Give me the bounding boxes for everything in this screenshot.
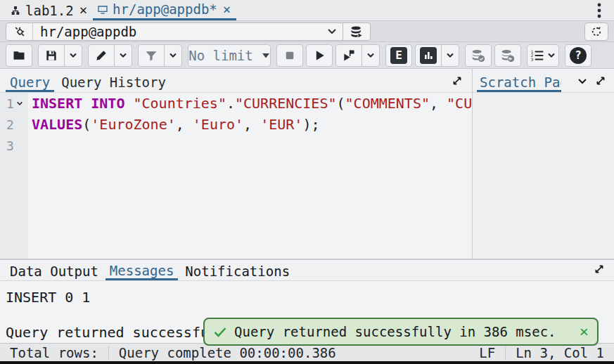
tab-bar: lab1.2 × hr/app@appdb* × bbox=[0, 0, 614, 21]
tab-scratch-pad[interactable]: Scratch Pad bbox=[477, 73, 561, 92]
macro-button[interactable]: 123 bbox=[527, 44, 559, 67]
code-text: INSERT INTO "Countries"."CURRENCIES"("CO… bbox=[28, 95, 472, 112]
chevron-down-icon bbox=[547, 53, 556, 58]
toolbar: No limit bbox=[0, 42, 614, 69]
close-icon[interactable]: × bbox=[222, 3, 232, 16]
pencil-icon bbox=[94, 48, 108, 63]
explain-icon: E bbox=[390, 47, 407, 64]
tab-messages[interactable]: Messages bbox=[105, 262, 179, 280]
chevron-down-icon bbox=[69, 53, 77, 58]
rollback-db-icon bbox=[500, 48, 516, 63]
connection-bar: hr/app@appdb bbox=[0, 21, 614, 42]
filter-button[interactable] bbox=[138, 44, 165, 67]
tab-notifications[interactable]: Notifications bbox=[181, 263, 294, 280]
editor-lines: 1INSERT INTO "Countries"."CURRENCIES"("C… bbox=[0, 93, 472, 156]
chevron-down-icon bbox=[321, 28, 343, 34]
scratch-pad-editor[interactable] bbox=[473, 93, 614, 259]
chevron-down-icon bbox=[169, 53, 177, 58]
terminal-icon bbox=[97, 4, 108, 15]
tab-hr-app-appdb[interactable]: hr/app@appdb* × bbox=[93, 0, 236, 20]
stop-button[interactable] bbox=[276, 44, 303, 67]
explain-analyze-button[interactable] bbox=[415, 44, 442, 67]
line-number: 1 bbox=[0, 93, 28, 114]
total-rows-label: Total rows: bbox=[10, 345, 98, 360]
help-icon: ? bbox=[570, 47, 587, 64]
filter-icon bbox=[144, 48, 158, 63]
commit-db-icon bbox=[471, 48, 486, 63]
gutter bbox=[0, 156, 28, 259]
save-icon bbox=[44, 48, 58, 63]
execute-dropdown[interactable] bbox=[362, 44, 380, 67]
main-area: Query Query History 1INSERT INTO "Countr… bbox=[0, 69, 614, 259]
connection-name: hr/app@appdb bbox=[33, 24, 321, 39]
analyze-chart-icon bbox=[420, 47, 437, 64]
query-complete-time: Query complete 00:00:00.386 bbox=[119, 345, 336, 360]
editor-line: 2VALUES('EuroZone', 'Euro', 'EUR'); bbox=[0, 114, 472, 135]
tab-label: hr/app@appdb* bbox=[113, 1, 217, 17]
line-number: 2 bbox=[0, 114, 28, 135]
tab-lab1-2[interactable]: lab1.2 × bbox=[6, 0, 93, 20]
play-flag-icon bbox=[342, 48, 356, 63]
editor-line: 1INSERT INTO "Countries"."CURRENCIES"("C… bbox=[0, 93, 472, 114]
folder-icon bbox=[12, 48, 26, 63]
help-button[interactable]: ? bbox=[565, 44, 591, 67]
close-icon[interactable]: × bbox=[78, 4, 89, 17]
message-line: INSERT 0 1 bbox=[6, 287, 614, 308]
line-number: 3 bbox=[0, 135, 28, 156]
expand-icon[interactable] bbox=[448, 72, 466, 90]
scratch-pad-header: Scratch Pad bbox=[473, 69, 614, 93]
success-toast: Query returned successfully in 386 msec.… bbox=[203, 318, 599, 346]
explain-dropdown[interactable] bbox=[441, 44, 459, 67]
save-dropdown[interactable] bbox=[64, 44, 82, 67]
query-tool-window: lab1.2 × hr/app@appdb* × hr/app@appdb bbox=[0, 0, 614, 364]
close-icon[interactable]: × bbox=[580, 324, 589, 339]
query-tab-bar: Query Query History bbox=[0, 69, 472, 93]
connection-select[interactable]: hr/app@appdb bbox=[6, 22, 343, 41]
kebab-menu-icon[interactable] bbox=[591, 2, 607, 19]
chevron-down-icon bbox=[119, 53, 127, 58]
sql-editor[interactable]: 1INSERT INTO "Countries"."CURRENCIES"("C… bbox=[0, 93, 472, 259]
editor-line: 3 bbox=[0, 135, 472, 156]
edit-dropdown[interactable] bbox=[114, 44, 132, 67]
checkmark-icon bbox=[213, 325, 227, 339]
numbered-list-icon: 123 bbox=[530, 49, 544, 62]
output-tab-bar: Data Output Messages Notifications bbox=[0, 260, 614, 281]
chevron-down-icon bbox=[446, 53, 454, 58]
triangle-down-icon bbox=[262, 53, 270, 58]
filter-dropdown[interactable] bbox=[164, 44, 182, 67]
tab-data-output[interactable]: Data Output bbox=[6, 263, 103, 280]
commit-button[interactable] bbox=[465, 44, 492, 67]
rollback-button[interactable] bbox=[494, 44, 521, 67]
stop-icon bbox=[283, 49, 296, 62]
reload-icon[interactable] bbox=[584, 22, 608, 41]
tab-label: lab1.2 bbox=[25, 3, 74, 18]
explain-button[interactable]: E bbox=[385, 44, 412, 67]
limit-select[interactable]: No limit bbox=[188, 44, 271, 67]
sitemap-icon bbox=[10, 5, 21, 16]
execute-button[interactable] bbox=[306, 44, 333, 67]
save-button[interactable] bbox=[38, 44, 65, 67]
tab-query[interactable]: Query bbox=[6, 73, 54, 92]
eol-indicator[interactable]: LF bbox=[479, 345, 495, 360]
toast-message: Query returned successfully in 386 msec. bbox=[234, 324, 573, 339]
bottom-edge bbox=[0, 361, 614, 364]
scratch-pad-panel: Scratch Pad bbox=[473, 69, 614, 259]
chevron-down-icon bbox=[366, 53, 375, 58]
code-text: VALUES('EuroZone', 'Euro', 'EUR'); bbox=[28, 116, 319, 133]
chevron-down-icon[interactable] bbox=[573, 72, 591, 90]
limit-label: No limit bbox=[188, 48, 253, 63]
svg-text:3: 3 bbox=[531, 58, 534, 62]
plug-icon bbox=[6, 23, 33, 40]
expand-icon[interactable] bbox=[590, 260, 608, 278]
expand-icon[interactable] bbox=[591, 72, 610, 90]
play-icon bbox=[312, 48, 326, 63]
execute-script-button[interactable] bbox=[335, 44, 362, 67]
fold-chevron-icon[interactable] bbox=[16, 101, 23, 106]
tab-query-history[interactable]: Query History bbox=[57, 73, 170, 92]
edit-button[interactable] bbox=[88, 44, 115, 67]
cursor-position: Ln 3, Col 1 bbox=[516, 345, 604, 360]
new-connection-icon[interactable] bbox=[343, 22, 371, 41]
open-file-button[interactable] bbox=[6, 44, 32, 67]
